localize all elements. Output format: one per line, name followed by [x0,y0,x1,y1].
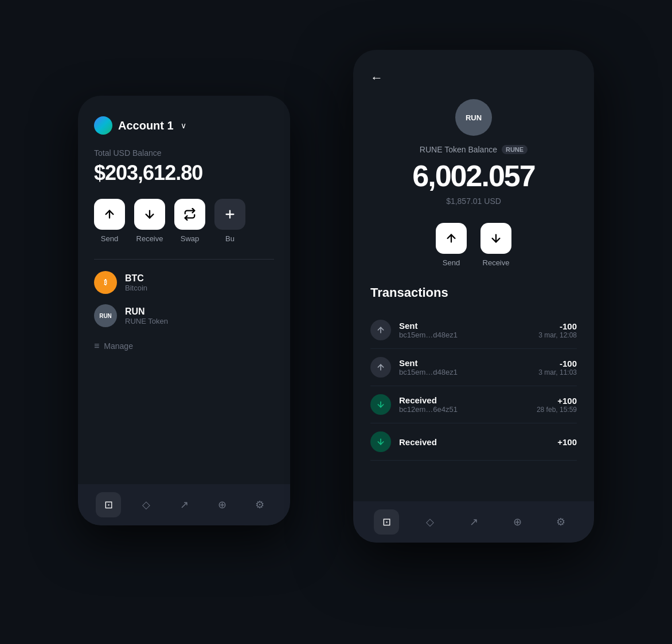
tx-date: 28 feb, 15:59 [537,406,577,414]
send-button[interactable]: Send [94,199,125,243]
table-row[interactable]: Received +100 [370,423,577,461]
nav-chart[interactable]: ↗ [171,492,197,517]
right-phone: ← RUN RUNE Token Balance RUNE 6,002.057 … [353,50,594,543]
token-balance-label: RUNE Token Balance RUNE [370,145,577,154]
account-header[interactable]: Account 1 ∨ [94,116,274,135]
rune-send-button[interactable]: Send [436,223,467,267]
tx-amount-col: -100 3 mar, 12:08 [538,321,577,339]
tx-amount: +100 [537,396,577,406]
token-amount: 6,002.057 [370,159,577,193]
tx-details: Received bc12em…6e4z51 [399,395,537,414]
tx-amount: -100 [538,359,577,368]
nav-wallet-right[interactable]: ⊡ [374,509,399,535]
manage-button[interactable]: ≡ Manage [94,341,274,351]
nav-settings[interactable]: ⚙ [247,492,272,517]
chart-icon: ↗ [180,498,189,511]
received-icon [370,431,391,452]
nav-chart-right[interactable]: ↗ [461,509,486,535]
rune-receive-icon-box [480,223,511,254]
list-item[interactable]: RUN RUN RUNE Token [94,304,274,327]
tx-address: bc15em…d48ez1 [399,368,538,376]
chart-icon: ↗ [470,516,478,528]
account-name: Account 1 [118,119,174,132]
nav-globe[interactable]: ⊕ [209,492,235,517]
tx-type: Sent [399,358,538,368]
swap-icon-box [174,199,205,230]
bottom-nav-left: ⊡ ◇ ↗ ⊕ ⚙ [78,484,290,525]
run-info: RUN RUNE Token [125,307,168,325]
sent-icon [370,320,391,340]
table-row[interactable]: Sent bc15em…d48ez1 -100 3 mar, 12:08 [370,312,577,349]
run-icon: RUN [94,304,117,327]
receive-label: Receive [136,234,163,243]
rune-avatar: RUN [455,99,492,136]
globe-icon: ⊕ [513,516,522,528]
wallet-icon: ⊡ [382,516,391,528]
nav-diamond[interactable]: ◇ [134,492,159,517]
rune-receive-label: Receive [483,258,510,267]
run-name: RUNE Token [125,317,168,325]
diamond-icon: ◇ [426,516,434,528]
table-row[interactable]: Sent bc15em…d48ez1 -100 3 mar, 11:03 [370,349,577,386]
manage-icon: ≡ [94,341,99,351]
swap-button[interactable]: Swap [174,199,205,243]
action-buttons: Send Receive [94,199,274,243]
send-label: Send [101,234,118,243]
received-icon [370,394,391,415]
back-button[interactable]: ← [370,70,577,85]
balance-amount: $203,612.80 [94,161,274,185]
tx-amount-col: +100 [557,437,577,447]
token-usd: $1,857.01 USD [370,197,577,206]
swap-label: Swap [181,234,200,243]
nav-diamond-right[interactable]: ◇ [417,509,443,535]
gear-icon: ⚙ [255,498,264,511]
tx-details: Sent bc15em…d48ez1 [399,321,538,339]
rune-send-label: Send [443,258,460,267]
manage-label: Manage [104,341,133,351]
tx-type: Sent [399,321,538,331]
nav-settings-right[interactable]: ⚙ [548,509,573,535]
sent-icon [370,357,391,378]
buy-icon-box [214,199,245,230]
buy-button[interactable]: Bu [214,199,245,243]
account-avatar [94,116,112,135]
run-ticker: RUN [125,307,168,317]
bottom-nav-right: ⊡ ◇ ↗ ⊕ ⚙ [353,501,594,543]
table-row[interactable]: Received bc12em…6e4z51 +100 28 feb, 15:5… [370,386,577,423]
tx-address: bc15em…d48ez1 [399,331,538,339]
gear-icon: ⚙ [556,516,565,528]
tx-details: Sent bc15em…d48ez1 [399,358,538,376]
balance-label: Total USD Balance [94,148,274,158]
token-badge: RUNE [502,145,528,154]
tx-type: Received [399,437,557,447]
rune-receive-button[interactable]: Receive [480,223,511,267]
tx-amount: -100 [538,321,577,331]
btc-icon: ₿ [94,271,117,294]
tx-amount-col: +100 28 feb, 15:59 [537,396,577,414]
tx-details: Received [399,437,557,447]
tx-date: 3 mar, 11:03 [538,368,577,376]
nav-wallet[interactable]: ⊡ [96,492,121,517]
chevron-down-icon: ∨ [181,121,186,130]
rune-send-icon-box [436,223,467,254]
token-balance-text: RUNE Token Balance [420,145,497,154]
transactions-title: Transactions [370,285,577,300]
send-receive-row: Send Receive [370,223,577,267]
tx-address: bc12em…6e4z51 [399,405,537,414]
list-item[interactable]: ₿ BTC Bitcoin [94,271,274,294]
receive-button[interactable]: Receive [134,199,165,243]
tx-date: 3 mar, 12:08 [538,331,577,339]
globe-icon: ⊕ [218,498,226,511]
diamond-icon: ◇ [142,498,150,511]
left-phone: Account 1 ∨ Total USD Balance $203,612.8… [78,96,290,525]
divider [94,259,274,260]
receive-icon-box [134,199,165,230]
tx-amount: +100 [557,437,577,447]
nav-globe-right[interactable]: ⊕ [505,509,530,535]
btc-ticker: BTC [125,273,147,284]
coin-list: ₿ BTC Bitcoin RUN RUN RUNE Token [94,271,274,327]
tx-type: Received [399,395,537,405]
tx-amount-col: -100 3 mar, 11:03 [538,359,577,376]
buy-label: Bu [225,234,235,243]
btc-name: Bitcoin [125,284,147,292]
